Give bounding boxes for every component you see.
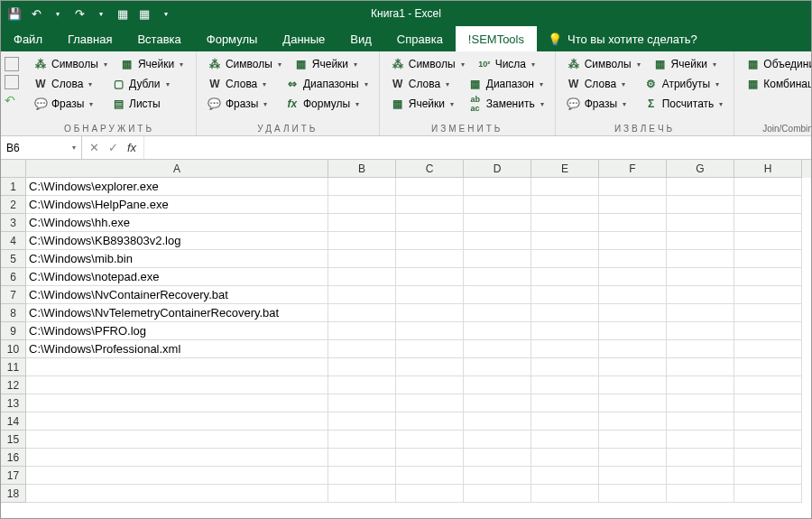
cell[interactable] (464, 214, 531, 232)
cell[interactable] (464, 358, 531, 376)
cell[interactable] (328, 304, 396, 322)
join-merge-button[interactable]: ▦Объединить▾ (742, 55, 812, 73)
cell[interactable] (26, 485, 328, 503)
cell[interactable] (328, 340, 396, 358)
cell[interactable] (667, 250, 734, 268)
cell[interactable] (464, 449, 531, 467)
cell[interactable] (734, 196, 802, 214)
row-header[interactable]: 12 (1, 376, 26, 394)
undo-small-icon[interactable]: ↶ (5, 93, 19, 107)
extract-count-button[interactable]: ΣПосчитать▾ (641, 95, 727, 113)
row-header[interactable]: 10 (1, 340, 26, 358)
delete-symbols-button[interactable]: ⁂Символы▾ (204, 55, 285, 73)
column-header[interactable]: A (26, 160, 328, 178)
delete-formulas-button[interactable]: fxФормулы▾ (281, 95, 363, 113)
cell[interactable] (599, 178, 667, 196)
cell[interactable]: C:\Windows\HelpPane.exe (26, 196, 328, 214)
name-box[interactable]: B6 ▾ (1, 136, 82, 159)
cell[interactable] (531, 467, 599, 485)
cell[interactable] (599, 196, 667, 214)
cell[interactable] (396, 358, 464, 376)
row-header[interactable]: 5 (1, 250, 26, 268)
delete-cells-button[interactable]: ▦Ячейки▾ (291, 55, 363, 73)
cell[interactable]: C:\Windows\NvTelemetryContainerRecovery.… (26, 304, 328, 322)
cell[interactable] (396, 412, 464, 431)
cell[interactable] (26, 431, 328, 449)
cell[interactable] (734, 467, 802, 485)
cell[interactable] (667, 268, 734, 286)
cell[interactable] (667, 485, 734, 503)
column-header[interactable]: F (599, 160, 667, 178)
cell[interactable] (464, 232, 531, 250)
cell[interactable] (531, 449, 599, 467)
cell[interactable] (599, 485, 667, 503)
cell[interactable] (734, 340, 802, 358)
cell[interactable] (328, 485, 396, 503)
column-header[interactable]: C (396, 160, 464, 178)
undo-icon[interactable]: ↶ (28, 5, 44, 22)
extract-symbols-button[interactable]: ⁂Символы▾ (563, 55, 644, 73)
cancel-icon[interactable]: ✕ (89, 141, 99, 154)
cell[interactable]: C:\Windows\notepad.exe (26, 268, 328, 286)
cell[interactable] (464, 376, 531, 394)
cell[interactable] (26, 449, 328, 467)
column-header[interactable]: G (667, 160, 734, 178)
cell[interactable] (734, 232, 802, 250)
cell[interactable] (734, 286, 802, 304)
cell[interactable] (396, 431, 464, 449)
cell[interactable] (328, 467, 396, 485)
cell[interactable] (599, 304, 667, 322)
row-header[interactable]: 7 (1, 286, 26, 304)
cell[interactable] (599, 322, 667, 340)
cell[interactable]: C:\Windows\explorer.exe (26, 178, 328, 196)
cell[interactable] (599, 268, 667, 286)
formula-input[interactable] (144, 136, 811, 159)
cell[interactable] (531, 431, 599, 449)
cell[interactable] (531, 178, 599, 196)
cell[interactable] (667, 394, 734, 412)
cell[interactable] (531, 394, 599, 412)
row-header[interactable]: 1 (1, 178, 26, 196)
cell[interactable] (396, 196, 464, 214)
cell[interactable] (26, 467, 328, 485)
cell[interactable] (734, 412, 802, 431)
fx-icon[interactable]: fx (127, 141, 136, 154)
cell[interactable]: C:\Windows\Professional.xml (26, 340, 328, 358)
cell[interactable] (531, 250, 599, 268)
cell[interactable] (531, 376, 599, 394)
cell[interactable] (396, 376, 464, 394)
cell[interactable] (734, 304, 802, 322)
tab-data[interactable]: Данные (270, 26, 337, 51)
tab-file[interactable]: Файл (1, 26, 55, 51)
cell[interactable] (531, 286, 599, 304)
row-header[interactable]: 18 (1, 485, 26, 503)
cell[interactable] (464, 394, 531, 412)
cell[interactable] (396, 467, 464, 485)
cell[interactable] (328, 376, 396, 394)
save-icon[interactable]: 💾 (6, 5, 23, 22)
cell[interactable] (531, 412, 599, 431)
cell[interactable] (667, 467, 734, 485)
cell[interactable] (667, 232, 734, 250)
qat-more-icon[interactable]: ▾ (158, 5, 174, 22)
cell[interactable] (734, 322, 802, 340)
cell[interactable] (26, 412, 328, 431)
row-header[interactable]: 13 (1, 394, 26, 412)
cell[interactable] (599, 467, 667, 485)
cell[interactable] (396, 268, 464, 286)
row-header[interactable]: 15 (1, 431, 26, 449)
cell[interactable] (396, 286, 464, 304)
cell[interactable]: C:\Windows\NvContainerRecovery.bat (26, 286, 328, 304)
column-header[interactable]: H (734, 160, 802, 178)
cell[interactable] (26, 376, 328, 394)
cell[interactable] (531, 232, 599, 250)
detect-cells-button[interactable]: ▦Ячейки▾ (116, 55, 189, 73)
tab-semtools[interactable]: !SEMTools (456, 26, 537, 51)
cell[interactable] (396, 485, 464, 503)
cell[interactable] (328, 412, 396, 431)
cell[interactable] (464, 485, 531, 503)
cell[interactable] (667, 340, 734, 358)
cell[interactable] (667, 412, 734, 431)
cell[interactable] (464, 178, 531, 196)
cell[interactable] (328, 250, 396, 268)
